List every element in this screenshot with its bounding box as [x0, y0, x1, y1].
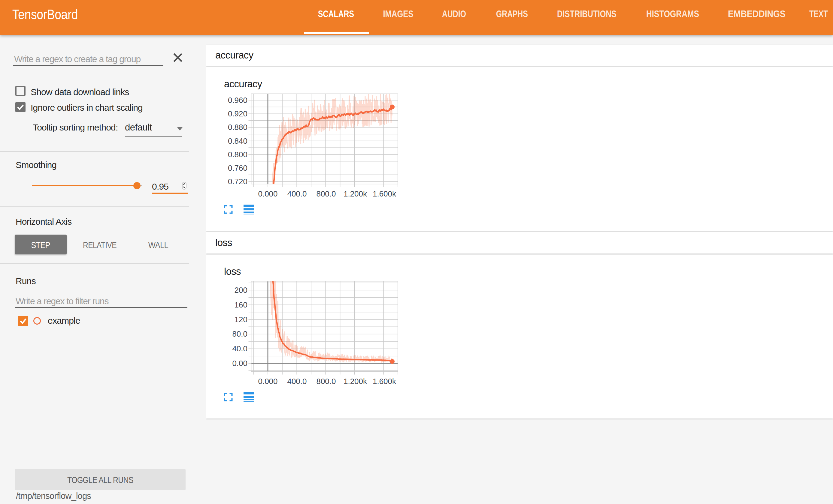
svg-text:0.880: 0.880 [228, 123, 247, 132]
svg-text:400.0: 400.0 [287, 189, 307, 198]
svg-text:0.960: 0.960 [228, 96, 247, 105]
svg-text:120: 120 [235, 315, 247, 324]
svg-text:accuracy: accuracy [224, 78, 262, 90]
svg-text:160: 160 [235, 300, 247, 309]
svg-text:0.920: 0.920 [228, 109, 247, 118]
svg-text:0.800: 0.800 [228, 150, 247, 159]
svg-text:80.0: 80.0 [232, 329, 247, 338]
svg-text:1.200k: 1.200k [343, 189, 367, 198]
svg-text:loss: loss [224, 266, 241, 277]
svg-text:0.000: 0.000 [258, 189, 278, 198]
svg-text:200: 200 [235, 285, 247, 295]
svg-text:0.720: 0.720 [228, 177, 247, 186]
svg-text:0.760: 0.760 [228, 163, 247, 173]
svg-text:800.0: 800.0 [316, 189, 336, 198]
svg-text:40.0: 40.0 [232, 344, 247, 353]
svg-text:1.600k: 1.600k [373, 377, 396, 386]
svg-text:400.0: 400.0 [287, 377, 307, 386]
svg-text:0.00: 0.00 [232, 359, 247, 368]
svg-text:1.200k: 1.200k [343, 377, 367, 386]
svg-text:0.000: 0.000 [258, 377, 278, 386]
svg-text:0.840: 0.840 [228, 136, 247, 146]
svg-text:800.0: 800.0 [316, 377, 336, 386]
svg-text:1.600k: 1.600k [373, 189, 396, 198]
